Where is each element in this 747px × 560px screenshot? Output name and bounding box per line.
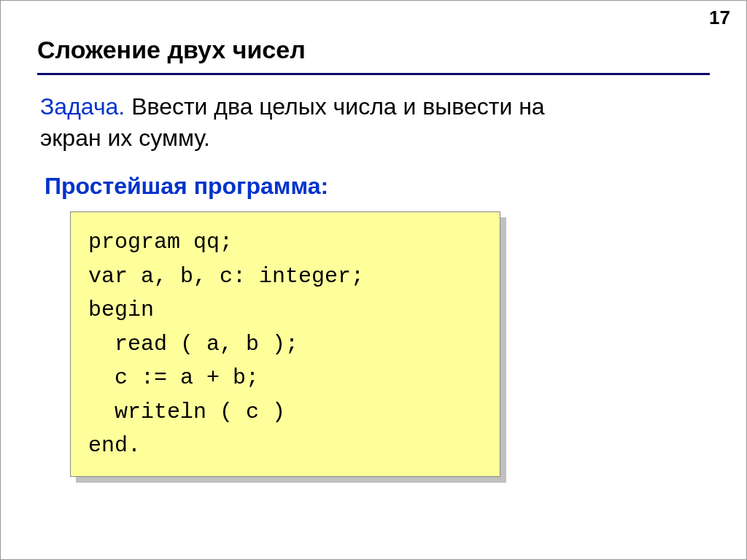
code-line-7: end. [88,433,141,458]
task-text-line1: Ввести два целых числа и вывести на [125,93,544,120]
code-subheading: Простейшая программа: [37,173,710,200]
task-label: Задача. [40,93,125,120]
code-line-3: begin [88,298,154,322]
code-line-1: program qq; [88,230,233,254]
code-line-6: writeln ( c ) [88,400,285,424]
code-block: program qq; var a, b, c: integer; begin … [70,211,500,477]
slide-title: Сложение двух чисел [37,36,710,64]
code-line-5: c := a + b; [88,365,259,390]
code-box: program qq; var a, b, c: integer; begin … [70,211,500,477]
code-line-2: var a, b, c: integer; [88,264,364,289]
title-divider [37,73,710,75]
task-description: Задача. Ввести два целых числа и вывести… [37,91,710,154]
page-number: 17 [709,7,730,29]
task-text-line2: экран их сумму. [40,125,210,151]
code-line-4: read ( a, b ); [88,332,298,357]
slide-content: Сложение двух чисел Задача. Ввести два ц… [1,1,746,477]
